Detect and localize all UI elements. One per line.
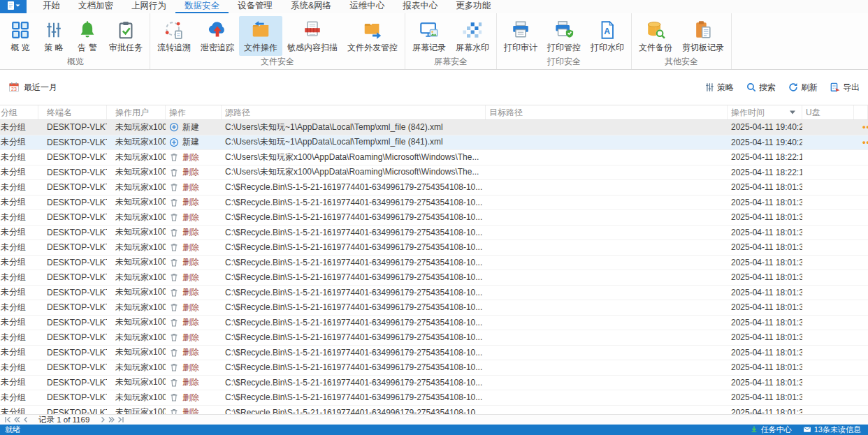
ribbon-button-label: 策 略 <box>44 42 63 54</box>
menu-tab[interactable]: 设备管理 <box>229 0 282 13</box>
table-row[interactable]: 未分组DESKTOP-VLKTLE1未知玩家x100删除C:\$Recycle.… <box>0 256 868 271</box>
column-header-group[interactable]: 分组 <box>0 105 38 119</box>
column-header-time[interactable]: 操作时间 <box>728 105 802 119</box>
row-menu-button[interactable]: ••• <box>862 138 868 147</box>
ribbon-button-alert-bell[interactable]: 告 警 <box>71 16 104 56</box>
prev-page-button[interactable] <box>21 415 30 425</box>
column-header-terminal[interactable]: 终端名 <box>38 105 107 119</box>
menu-tab[interactable]: 上网行为 <box>122 0 175 13</box>
ribbon-button-leak-cloud[interactable]: 泄密追踪 <box>196 16 239 56</box>
table-row[interactable]: 未分组DESKTOP-VLKTLE1未知玩家x100删除C:\$Recycle.… <box>0 210 868 226</box>
table-row[interactable]: 未分组DESKTOP-VLKTLE1未知玩家x100新建C:\Users\未知玩… <box>0 135 868 151</box>
ribbon-button-flow-trace[interactable]: 流转追溯 <box>152 16 196 56</box>
outgoing-folder-icon <box>362 20 383 40</box>
ribbon: 概 览策 略告 警审批任务概览流转追溯泄密追踪文件操作敏感内容扫描文件外发管控文… <box>0 13 868 70</box>
column-header-operation[interactable]: 操作 <box>166 105 222 119</box>
menu-tab[interactable]: 开始 <box>34 0 69 13</box>
ribbon-button-policy-sliders[interactable]: 策 略 <box>37 16 71 56</box>
ribbon-button-approval-clipboard[interactable]: 审批任务 <box>104 16 147 56</box>
fast-next-button[interactable] <box>107 415 116 425</box>
table-row[interactable]: 未分组DESKTOP-VLKTLE1未知玩家x100删除C:\$Recycle.… <box>0 346 868 361</box>
last-page-button[interactable] <box>116 415 125 425</box>
ribbon-button-screen-watermark[interactable]: 屏幕水印 <box>451 16 494 56</box>
cell-group: 未分组 <box>0 376 38 388</box>
next-page-button[interactable] <box>98 415 107 425</box>
column-header-usb[interactable]: U盘 <box>802 105 854 119</box>
ribbon-button-print-control[interactable]: 打印管控 <box>542 16 586 56</box>
table-row[interactable]: 未分组DESKTOP-VLKTLE1未知玩家x100删除C:\$Recycle.… <box>0 360 868 376</box>
ribbon-group: 流转追溯泄密追踪文件操作敏感内容扫描文件外发管控文件安全 <box>150 13 405 69</box>
cell-time: 2025-04-11 18:01:38 <box>728 378 802 388</box>
trash-icon <box>169 378 179 388</box>
ribbon-button-file-ops-folder[interactable]: 文件操作 <box>239 16 282 56</box>
table-row[interactable]: 未分组DESKTOP-VLKTLE1未知玩家x100删除C:\$Recycle.… <box>0 376 868 391</box>
unread-messages-button[interactable]: 13条未读信息 <box>803 425 861 435</box>
column-header-user[interactable]: 操作用户 <box>107 105 166 119</box>
table-row[interactable]: 未分组DESKTOP-VLKTLE1未知玩家x100删除C:\Users\未知玩… <box>0 150 868 165</box>
cell-user: 未知玩家x100 <box>107 332 166 344</box>
table-row[interactable]: 未分组DESKTOP-VLKTLE1未知玩家x100删除C:\$Recycle.… <box>0 270 868 286</box>
trash-icon <box>169 272 179 282</box>
search-button[interactable]: 搜索 <box>746 82 776 94</box>
table-row[interactable]: 未分组DESKTOP-VLKTLE1未知玩家x100删除C:\$Recycle.… <box>0 180 868 196</box>
cell-time: 2025-04-11 18:01:38 <box>728 182 802 192</box>
cell-source: C:\$Recycle.Bin\S-1-5-21-1619774401-6349… <box>222 242 486 252</box>
table-row[interactable]: 未分组DESKTOP-VLKTLE1未知玩家x100删除C:\Users\未知玩… <box>0 165 868 181</box>
ribbon-group-name: 其他安全 <box>634 56 729 69</box>
ribbon-group: 打印审计打印管控A打印水印打印安全 <box>497 13 632 69</box>
menu-tab[interactable]: 报表中心 <box>393 0 447 13</box>
menu-tab[interactable]: 系统&网络 <box>282 0 340 13</box>
ribbon-button-file-backup[interactable]: 文件备份 <box>634 16 677 56</box>
table-row[interactable]: 未分组DESKTOP-VLKTLE1未知玩家x100删除C:\$Recycle.… <box>0 226 868 241</box>
table-row[interactable]: 未分组DESKTOP-VLKTLE1未知玩家x100删除C:\$Recycle.… <box>0 316 868 331</box>
trash-icon <box>169 302 179 312</box>
cell-terminal: DESKTOP-VLKTLE1 <box>38 152 107 162</box>
cell-operation: 删除 <box>166 226 222 238</box>
column-header-source[interactable]: 源路径 <box>222 105 486 119</box>
cell-time: 2025-04-11 18:01:38 <box>728 392 802 402</box>
task-center-button[interactable]: 任务中心 <box>750 425 792 435</box>
app-menu-button[interactable] <box>0 0 27 13</box>
table-row[interactable]: 未分组DESKTOP-VLKTLE1未知玩家x100删除C:\$Recycle.… <box>0 300 868 316</box>
table-row[interactable]: 未分组DESKTOP-VLKTLE1未知玩家x100删除C:\$Recycle.… <box>0 406 868 415</box>
table-row[interactable]: 未分组DESKTOP-VLKTLE1未知玩家x100删除C:\$Recycle.… <box>0 330 868 346</box>
table-row[interactable]: 未分组DESKTOP-VLKTLE1未知玩家x100删除C:\$Recycle.… <box>0 240 868 256</box>
export-button[interactable]: 导出 <box>830 82 860 94</box>
cell-time: 2025-04-11 18:01:38 <box>728 288 802 297</box>
first-page-button[interactable] <box>3 415 12 425</box>
sort-caret-icon[interactable] <box>789 110 796 115</box>
menu-tab[interactable]: 更多功能 <box>447 0 500 13</box>
download-arrow-icon <box>750 425 758 435</box>
ribbon-button-clipboard-record[interactable]: 剪切板记录 <box>677 16 729 56</box>
ribbon-button-label: 屏幕记录 <box>412 42 446 54</box>
ribbon-button-outgoing-folder[interactable]: 文件外发管控 <box>342 16 403 56</box>
row-menu-button[interactable]: ••• <box>862 122 868 132</box>
ribbon-button-print-watermark[interactable]: A打印水印 <box>586 16 629 56</box>
ribbon-group-name: 文件安全 <box>152 56 403 69</box>
cell-group: 未分组 <box>0 256 38 268</box>
fast-prev-button[interactable] <box>12 415 21 425</box>
calendar-icon: 23 <box>8 82 20 93</box>
column-header-actions[interactable] <box>854 105 868 119</box>
column-header-target[interactable]: 目标路径 <box>486 105 728 119</box>
table-row[interactable]: 未分组DESKTOP-VLKTLE1未知玩家x100删除C:\$Recycle.… <box>0 286 868 301</box>
ribbon-group-name: 打印安全 <box>499 56 629 69</box>
ribbon-button-print-audit[interactable]: 打印审计 <box>499 16 542 56</box>
ribbon-button-screen-record[interactable]: 屏幕记录 <box>407 16 451 56</box>
cell-user: 未知玩家x100 <box>107 256 166 268</box>
table-row[interactable]: 未分组DESKTOP-VLKTLE1未知玩家x100删除C:\$Recycle.… <box>0 390 868 406</box>
date-range-filter[interactable]: 23 最近一月 <box>8 82 57 94</box>
ribbon-button-overview-grid[interactable]: 概 览 <box>3 16 37 56</box>
ribbon-button-content-scan[interactable]: 敏感内容扫描 <box>282 16 342 56</box>
menu-tab[interactable]: 运维中心 <box>340 0 393 13</box>
sliders-button[interactable]: 策略 <box>704 82 734 94</box>
menu-tab[interactable]: 文档加密 <box>69 0 122 13</box>
table-row[interactable]: 未分组DESKTOP-VLKTLE1未知玩家x100新建C:\Users\未知玩… <box>0 120 868 135</box>
refresh-button[interactable]: 刷新 <box>788 82 818 94</box>
ribbon-button-label: 告 警 <box>78 42 96 54</box>
cell-terminal: DESKTOP-VLKTLE1 <box>38 228 107 237</box>
ribbon-button-label: 打印审计 <box>504 42 537 54</box>
menu-tab[interactable]: 数据安全 <box>175 0 229 13</box>
table-row[interactable]: 未分组DESKTOP-VLKTLE1未知玩家x100删除C:\$Recycle.… <box>0 196 868 211</box>
trash-icon <box>169 392 179 402</box>
